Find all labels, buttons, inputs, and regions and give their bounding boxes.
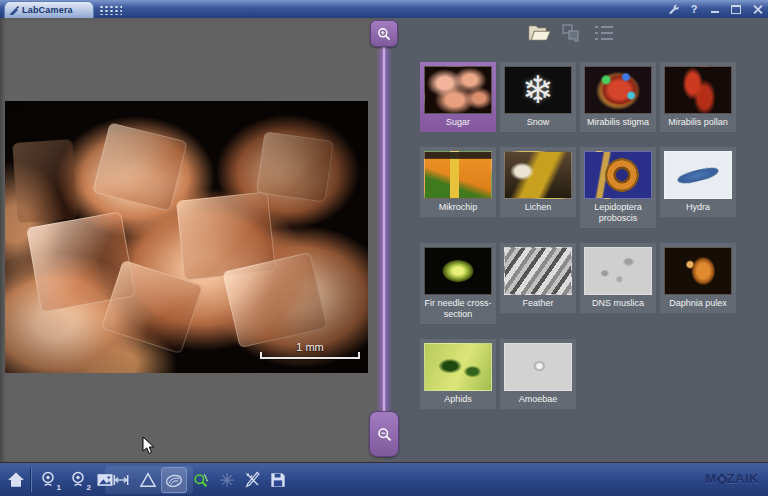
app-title: LabCamera — [22, 5, 73, 15]
gallery-item-sugar[interactable]: Sugar — [420, 62, 496, 132]
gallery-header — [384, 18, 768, 48]
compare-fan-icon — [217, 470, 237, 490]
gallery-item-label: Mikrochip — [424, 202, 492, 213]
labcamera-logo-icon — [9, 5, 19, 15]
help-icon[interactable]: ? — [687, 2, 701, 16]
zoom-in-button[interactable] — [370, 20, 398, 47]
gallery-item-hydra[interactable]: Hydra — [660, 147, 736, 217]
gallery-item-mirabilis-stigma[interactable]: Mirabilis stigma — [580, 62, 656, 132]
save-floppy-icon — [268, 470, 288, 490]
webcam-2-button[interactable]: 2 — [65, 467, 91, 493]
gallery-item-label: Lichen — [504, 202, 572, 213]
module-grid-handle-icon[interactable] — [98, 4, 122, 15]
thumbnail-feather — [504, 247, 572, 295]
thumbnail-lichen — [504, 151, 572, 199]
thumbnail-amoebae — [504, 343, 572, 391]
zoom-out-button[interactable] — [369, 411, 399, 457]
sample-gallery: Sugar Snow Mirabilis stigma Mirabilis po… — [420, 62, 736, 409]
gallery-item-label: Mirabilis pollan — [664, 117, 732, 128]
viewer-pane: 1 mm — [0, 18, 384, 462]
gallery-pane: Sugar Snow Mirabilis stigma Mirabilis po… — [384, 18, 768, 462]
distance-icon — [111, 470, 131, 490]
open-folder-icon[interactable] — [526, 22, 552, 48]
gallery-item-label: Fir needle cross-section — [424, 298, 492, 320]
thumbnail-daphnia-pulex — [664, 247, 732, 295]
close-icon[interactable] — [750, 2, 764, 16]
gallery-item-amoebae[interactable]: Amoebae — [500, 339, 576, 409]
measure-distance-button[interactable] — [108, 467, 134, 493]
measure-angle-button[interactable] — [135, 467, 161, 493]
gallery-item-label: Daphnia pulex — [664, 298, 732, 309]
thumbnail-mikrochip — [424, 151, 492, 199]
thumbnail-snow — [504, 66, 572, 114]
thumbnail-dns-muslica — [584, 247, 652, 295]
thumbnail-mirabilis-pollan — [664, 66, 732, 114]
gallery-item-fir-needle[interactable]: Fir needle cross-section — [420, 243, 496, 324]
thumbnail-aphids — [424, 343, 492, 391]
settings-wrench-icon[interactable] — [666, 2, 680, 16]
app-tab[interactable]: LabCamera — [4, 1, 94, 18]
thumbnail-sugar — [424, 66, 492, 114]
gallery-item-label: Amoebae — [504, 394, 572, 405]
gallery-item-mikrochip[interactable]: Mikrochip — [420, 147, 496, 217]
mozaik-logo: M ZAIK — [705, 471, 759, 486]
gallery-item-snow[interactable]: Snow — [500, 62, 576, 132]
thumbnail-hydra — [664, 151, 732, 199]
mozaik-logo-zaik: ZAIK — [727, 471, 759, 486]
gallery-item-dns-muslica[interactable]: DNS muslica — [580, 243, 656, 313]
maximize-icon[interactable] — [729, 2, 743, 16]
gallery-item-feather[interactable]: Feather — [500, 243, 576, 313]
webcam-1-icon — [38, 470, 58, 490]
thumbnails-view-icon[interactable] — [560, 22, 582, 48]
list-view-icon[interactable] — [592, 22, 616, 48]
gallery-item-lepidoptera-proboscis[interactable]: Lepidoptera proboscis — [580, 147, 656, 228]
thumbnail-lepidoptera-proboscis — [584, 151, 652, 199]
magnifier-plus-icon — [376, 26, 392, 42]
close-glyph — [753, 5, 762, 14]
gallery-item-label: Feather — [504, 298, 572, 309]
magnifier-minus-icon — [376, 426, 393, 443]
thumbnail-fir-needle — [424, 247, 492, 295]
draw-annotate-button[interactable] — [240, 467, 266, 493]
toolbar-separator — [30, 468, 31, 492]
gallery-item-mirabilis-pollan[interactable]: Mirabilis pollan — [660, 62, 736, 132]
pencil-ruler-icon — [243, 470, 263, 490]
scale-bar: 1 mm — [260, 341, 360, 359]
gallery-item-label: Mirabilis stigma — [584, 117, 652, 128]
home-icon — [6, 470, 26, 490]
bottom-toolbar: 1 2 — [0, 462, 768, 496]
mozaik-diamond-icon — [716, 473, 727, 484]
scale-bar-label: 1 mm — [260, 341, 360, 353]
area-shell-icon — [164, 470, 184, 490]
webcam-2-icon — [68, 470, 88, 490]
gallery-item-label: Hydra — [664, 202, 732, 213]
gallery-item-label: Sugar — [424, 117, 492, 128]
gallery-item-daphnia-pulex[interactable]: Daphnia pulex — [660, 243, 736, 313]
webcam-2-number: 2 — [87, 484, 91, 492]
photo-vignette — [5, 101, 368, 373]
save-button[interactable] — [265, 467, 291, 493]
gallery-item-label: Aphids — [424, 394, 492, 405]
titlebar: LabCamera ? — [0, 0, 768, 19]
microscope-view[interactable]: 1 mm — [5, 101, 368, 373]
measure-area-button[interactable] — [161, 467, 187, 493]
webcam-1-button[interactable]: 1 — [35, 467, 61, 493]
motion-tracking-button[interactable] — [188, 467, 214, 493]
gallery-item-label: Lepidoptera proboscis — [584, 202, 652, 224]
window-controls: ? — [666, 0, 764, 18]
webcam-1-number: 1 — [57, 484, 61, 492]
zoom-slider-track[interactable] — [382, 47, 386, 411]
gallery-item-lichen[interactable]: Lichen — [500, 147, 576, 217]
angle-triangle-icon — [138, 470, 158, 490]
home-button[interactable] — [3, 467, 29, 493]
gallery-item-label: Snow — [504, 117, 572, 128]
mouse-cursor — [142, 436, 155, 455]
gallery-item-label: DNS muslica — [584, 298, 652, 309]
labcamera-window: LabCamera ? 1 mm — [0, 0, 768, 496]
thumbnail-mirabilis-stigma — [584, 66, 652, 114]
gallery-item-aphids[interactable]: Aphids — [420, 339, 496, 409]
tracking-icon — [191, 470, 211, 490]
maximize-glyph — [731, 5, 741, 14]
compare-button — [214, 467, 240, 493]
minimize-icon[interactable] — [708, 2, 722, 16]
